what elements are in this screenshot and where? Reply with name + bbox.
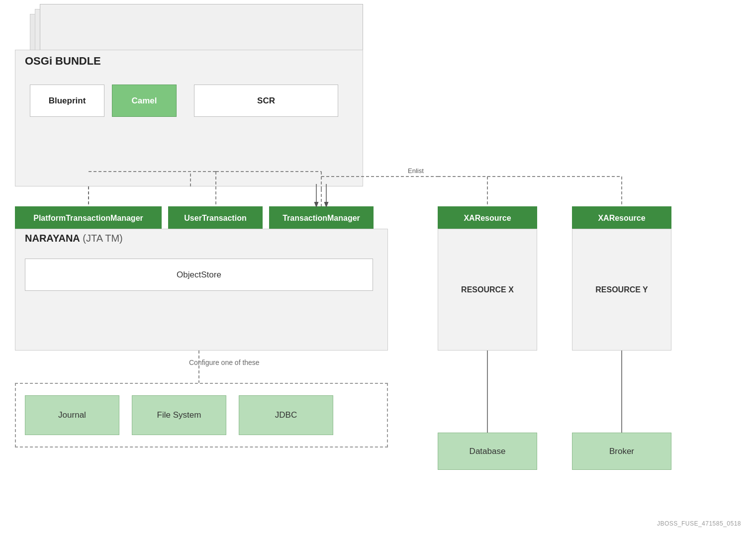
xa2-label: XAResource xyxy=(598,214,645,223)
broker-box: Broker xyxy=(572,433,671,470)
blueprint-box: Blueprint xyxy=(30,85,104,117)
resource-y-box: RESOURCE Y xyxy=(572,229,671,351)
blueprint-label: Blueprint xyxy=(49,96,86,106)
database-label: Database xyxy=(470,447,506,456)
narayana-title: NARAYANA (JTA TM) xyxy=(25,233,123,244)
ut-label: UserTransaction xyxy=(184,214,246,223)
resource-x-label: RESOURCE X xyxy=(461,285,514,294)
xa2-bar: XAResource xyxy=(572,206,671,230)
objectstore-label: ObjectStore xyxy=(177,270,221,280)
diagram-container: OSGi BUNDLE Blueprint Camel SCR Platform… xyxy=(0,0,756,537)
scr-label: SCR xyxy=(257,96,275,106)
watermark: JBOSS_FUSE_471585_0518 xyxy=(657,520,741,527)
filesystem-label: File System xyxy=(157,410,201,420)
narayana-subtitle: (JTA TM) xyxy=(80,233,123,244)
broker-label: Broker xyxy=(609,447,634,456)
ut-bar: UserTransaction xyxy=(168,206,263,230)
svg-text:Enlist: Enlist xyxy=(408,167,424,175)
objectstore-box: ObjectStore xyxy=(25,259,373,291)
osgi-bundle-box xyxy=(15,50,363,186)
ptm-bar: PlatformTransactionManager xyxy=(15,206,162,230)
filesystem-box: File System xyxy=(132,395,226,435)
database-box: Database xyxy=(438,433,537,470)
resource-x-box: RESOURCE X xyxy=(438,229,537,351)
journal-label: Journal xyxy=(58,410,86,420)
osgi-bundle-title: OSGi BUNDLE xyxy=(25,55,101,68)
tm-label: TransactionManager xyxy=(283,214,360,223)
journal-box: Journal xyxy=(25,395,119,435)
camel-box: Camel xyxy=(112,85,177,117)
xa1-bar: XAResource xyxy=(438,206,537,230)
tm-bar: TransactionManager xyxy=(269,206,374,230)
resource-y-label: RESOURCE Y xyxy=(595,285,648,294)
camel-label: Camel xyxy=(131,96,157,106)
jdbc-label: JDBC xyxy=(275,410,297,420)
ptm-label: PlatformTransactionManager xyxy=(33,214,143,223)
jdbc-box: JDBC xyxy=(239,395,333,435)
configure-label: Configure one of these xyxy=(189,358,260,368)
scr-box: SCR xyxy=(194,85,338,117)
xa1-label: XAResource xyxy=(464,214,511,223)
